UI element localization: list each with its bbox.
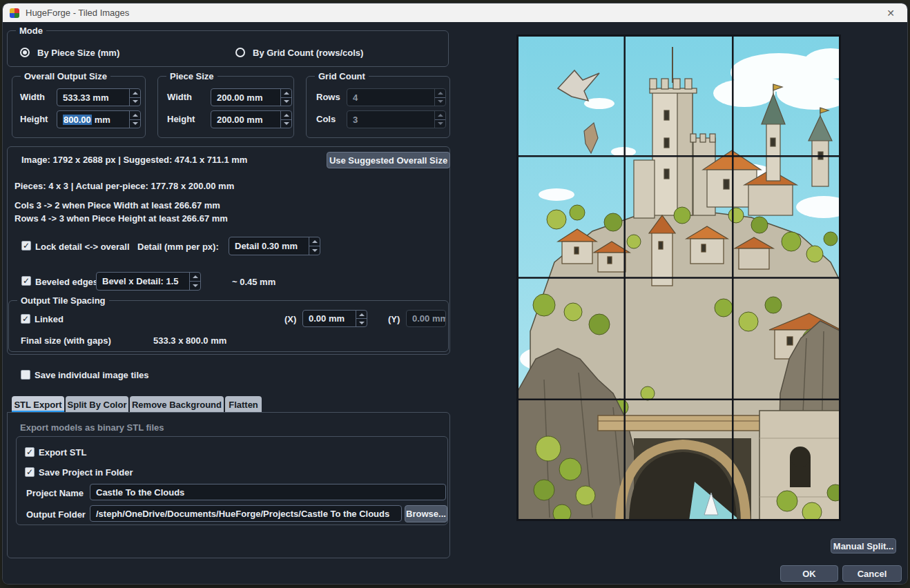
lock-detail-checkbox[interactable]	[21, 241, 31, 251]
browse-button[interactable]: Browse...	[405, 505, 447, 522]
spin-down-icon[interactable]	[309, 246, 320, 255]
piece-width-value[interactable]: 200.00 mm	[211, 89, 280, 106]
beveled-edges-label[interactable]: Beveled edges	[35, 276, 98, 288]
overall-output-size-label: Overall Output Size	[21, 71, 110, 81]
rows-threshold-line: Rows 4 -> 3 when Piece Height at least 2…	[14, 213, 228, 224]
grid-cols-label: Cols	[316, 113, 336, 125]
linked-checkbox[interactable]	[21, 314, 30, 324]
spin-up-icon[interactable]	[435, 111, 445, 119]
title-bar: HugeForge - Tiled Images ✕	[3, 3, 907, 22]
grid-cols-value[interactable]: 3	[347, 111, 434, 128]
piece-size-label: Piece Size	[166, 71, 217, 81]
project-name-label: Project Name	[26, 487, 84, 499]
piece-height-spinbox[interactable]: 200.00 mm	[211, 110, 292, 128]
spin-down-icon[interactable]	[130, 97, 140, 106]
selected-text: 800.00	[63, 115, 92, 125]
stl-export-pane: Export models as binary STL files Export…	[7, 412, 450, 558]
grid-rows-value[interactable]: 4	[347, 89, 434, 106]
spin-up-icon[interactable]	[309, 237, 320, 246]
grid-rows-spinbox[interactable]: 4	[347, 88, 446, 106]
bevel-value[interactable]: Bevel x Detail: 1.5	[97, 273, 189, 290]
spin-up-icon[interactable]	[281, 111, 291, 119]
detail-spinbox[interactable]: Detail 0.30 mm	[229, 237, 320, 255]
by-grid-count-radio[interactable]	[235, 48, 245, 57]
tab-stl-export[interactable]: STL Export	[12, 396, 64, 413]
image-info-line: Image: 1792 x 2688 px | Suggested: 474.1…	[21, 154, 247, 166]
cancel-button[interactable]: Cancel	[842, 565, 902, 582]
spin-up-icon[interactable]	[356, 311, 367, 318]
project-name-input[interactable]: Castle To the Clouds	[90, 484, 446, 500]
overall-height-label: Height	[20, 113, 48, 125]
spin-up-icon[interactable]	[130, 89, 140, 97]
spacing-x-spinbox[interactable]: 0.00 mm	[302, 310, 367, 327]
stl-subtitle: Export models as binary STL files	[20, 422, 164, 433]
spin-up-icon[interactable]	[435, 89, 445, 97]
detail-value[interactable]: Detail 0.30 mm	[229, 237, 309, 255]
mode-group: Mode By Piece Size (mm) By Grid Count (r…	[7, 30, 449, 67]
by-piece-size-radio[interactable]	[20, 48, 30, 57]
overall-height-value[interactable]: 800.00mm	[57, 111, 129, 128]
save-individual-tiles-label[interactable]: Save individual image tiles	[35, 369, 148, 381]
output-tile-spacing-label: Output Tile Spacing	[17, 295, 109, 306]
grid-cols-spinbox[interactable]: 3	[347, 110, 446, 128]
final-size-label: Final size (with gaps)	[21, 335, 111, 346]
final-size-value: 533.3 x 800.0 mm	[153, 335, 226, 346]
spacing-x-value[interactable]: 0.00 mm	[303, 311, 356, 326]
output-tile-spacing-group: Output Tile Spacing Linked (X) 0.00 mm (…	[8, 300, 449, 352]
tab-split-by-color[interactable]: Split By Color	[66, 396, 128, 413]
spin-down-icon[interactable]	[356, 318, 367, 326]
use-suggested-size-button[interactable]: Use Suggested Overall Size	[327, 152, 450, 168]
piece-width-label: Width	[167, 91, 192, 103]
spin-down-icon[interactable]	[435, 97, 445, 106]
spacing-y-value[interactable]: 0.00 mm	[407, 311, 445, 326]
tab-flatten[interactable]: Flatten	[225, 396, 262, 413]
beveled-edges-checkbox[interactable]	[21, 276, 31, 286]
save-project-checkbox[interactable]	[25, 467, 35, 477]
piece-size-group: Piece Size Width 200.00 mm Height 200.00…	[157, 76, 294, 138]
grid-count-label: Grid Count	[315, 71, 369, 81]
spin-up-icon[interactable]	[190, 273, 200, 281]
spacing-y-spinbox[interactable]: 0.00 mm	[406, 310, 446, 327]
spin-up-icon[interactable]	[281, 89, 291, 97]
cols-threshold-line: Cols 3 -> 2 when Piece Width at least 26…	[14, 199, 220, 211]
output-folder-input[interactable]: /steph/OneDrive/Documents/HueForge/Proje…	[90, 505, 402, 522]
linked-label[interactable]: Linked	[35, 313, 64, 325]
spin-down-icon[interactable]	[281, 119, 291, 128]
detail-mm-per-px-label: Detail (mm per px):	[137, 241, 219, 253]
overall-width-spinbox[interactable]: 533.33 mm	[57, 88, 141, 106]
spin-down-icon[interactable]	[435, 119, 445, 128]
save-project-label[interactable]: Save Project in Folder	[39, 467, 133, 478]
piece-height-label: Height	[167, 113, 195, 125]
piece-height-value[interactable]: 200.00 mm	[211, 111, 280, 128]
lock-detail-label[interactable]: Lock detail <-> overall	[35, 241, 130, 253]
spin-up-icon[interactable]	[130, 111, 140, 119]
grid-rows-label: Rows	[316, 91, 340, 103]
piece-width-spinbox[interactable]: 200.00 mm	[211, 88, 292, 106]
spin-down-icon[interactable]	[281, 97, 291, 106]
size-info-panel: Image: 1792 x 2688 px | Suggested: 474.1…	[7, 146, 450, 355]
overall-output-size-group: Overall Output Size Width 533.33 mm Heig…	[12, 76, 146, 138]
overall-width-value[interactable]: 533.33 mm	[57, 89, 129, 106]
save-individual-tiles-checkbox[interactable]	[21, 370, 30, 380]
tiled-preview-image[interactable]	[516, 35, 841, 521]
hueforge-app-icon	[10, 8, 19, 18]
ok-button[interactable]: OK	[780, 565, 838, 582]
bevel-approx-value: ~ 0.45 mm	[232, 276, 275, 288]
window-title: HugeForge - Tiled Images	[26, 8, 129, 18]
close-icon[interactable]: ✕	[881, 8, 900, 19]
export-stl-label[interactable]: Export STL	[39, 447, 86, 458]
tiled-images-dialog: HugeForge - Tiled Images ✕ Mode By Piece…	[3, 3, 907, 584]
overall-height-spinbox[interactable]: 800.00mm	[57, 110, 141, 128]
mode-group-label: Mode	[16, 26, 46, 36]
by-grid-count-label[interactable]: By Grid Count (rows/cols)	[253, 47, 363, 59]
bevel-spinbox[interactable]: Bevel x Detail: 1.5	[96, 272, 201, 291]
export-stl-checkbox[interactable]	[25, 447, 35, 457]
spin-down-icon[interactable]	[190, 281, 200, 290]
tab-remove-background[interactable]: Remove Background	[130, 396, 224, 413]
pieces-info-line: Pieces: 4 x 3 | Actual per-piece: 177.78…	[14, 180, 234, 192]
spin-down-icon[interactable]	[130, 119, 140, 128]
manual-split-button[interactable]: Manual Split...	[831, 538, 896, 553]
stl-options-group: Export STL Save Project in Folder Projec…	[16, 436, 448, 525]
by-piece-size-label[interactable]: By Piece Size (mm)	[37, 47, 119, 59]
spacing-y-label: (Y)	[388, 313, 400, 325]
